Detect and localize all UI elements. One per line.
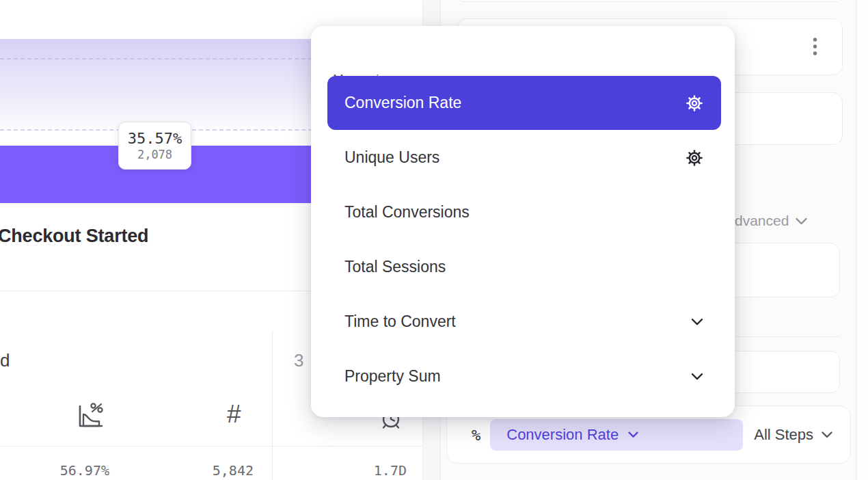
chevron-down-icon [795, 217, 808, 226]
tooltip-rate-value: 35.57% [128, 130, 182, 147]
chevron-down-icon [627, 431, 639, 439]
table-cell-time: 1.7D [323, 462, 407, 479]
menu-item-unique-users[interactable]: Unique Users [327, 131, 721, 185]
menu-item-label: Total Sessions [344, 258, 446, 276]
measuring-dropdown-button[interactable]: Conversion Rate [490, 419, 743, 451]
advanced-label-partial: dvanced [735, 213, 789, 229]
all-steps-label: All Steps [754, 426, 813, 444]
chevron-down-icon [690, 372, 704, 382]
chevron-down-icon [690, 317, 704, 327]
bar-tooltip: 35.57% 2,078 [118, 122, 191, 170]
page-background [857, 0, 868, 480]
count-hash-icon: # [227, 400, 241, 429]
funnel-step-title: Checkout Started [0, 226, 148, 247]
measuring-dropdown-menu: Measuring Conversion Rate Unique Users T… [311, 26, 735, 417]
table-row-divider [0, 446, 423, 446]
table-header-partial-left: d [0, 350, 10, 371]
builder-card-top-sliver[interactable] [457, 0, 843, 2]
chevron-down-icon [821, 431, 833, 439]
menu-item-label: Time to Convert [344, 312, 456, 331]
menu-item-label: Property Sum [344, 367, 441, 386]
menu-item-label: Conversion Rate [344, 94, 461, 112]
table-cell-conversion-rate: 56.97% [26, 462, 109, 479]
table-column-divider [272, 330, 273, 480]
advanced-toggle[interactable]: dvanced [735, 213, 808, 229]
measurement-footer-row: % Conversion Rate All Steps [447, 419, 850, 451]
menu-item-total-conversions[interactable]: Total Conversions [327, 185, 721, 239]
conversion-rate-funnel-icon [74, 402, 105, 431]
kebab-menu-icon[interactable] [813, 37, 817, 57]
menu-item-conversion-rate[interactable]: Conversion Rate [327, 76, 721, 130]
all-steps-dropdown-button[interactable]: All Steps [754, 426, 833, 444]
menu-item-property-sum[interactable]: Property Sum [327, 349, 721, 403]
table-header-partial-right: 3 [294, 350, 303, 371]
gear-icon[interactable] [685, 94, 704, 113]
percent-prefix-label: % [472, 427, 480, 444]
menu-item-total-sessions[interactable]: Total Sessions [327, 240, 721, 294]
menu-item-label: Total Conversions [344, 203, 470, 222]
menu-item-label: Unique Users [344, 148, 439, 167]
gear-icon[interactable] [685, 148, 704, 168]
measuring-chip-label: Conversion Rate [506, 426, 619, 444]
menu-item-time-to-convert[interactable]: Time to Convert [327, 295, 721, 349]
table-cell-count: 5,842 [170, 462, 254, 479]
tooltip-count-value: 2,078 [137, 148, 172, 161]
